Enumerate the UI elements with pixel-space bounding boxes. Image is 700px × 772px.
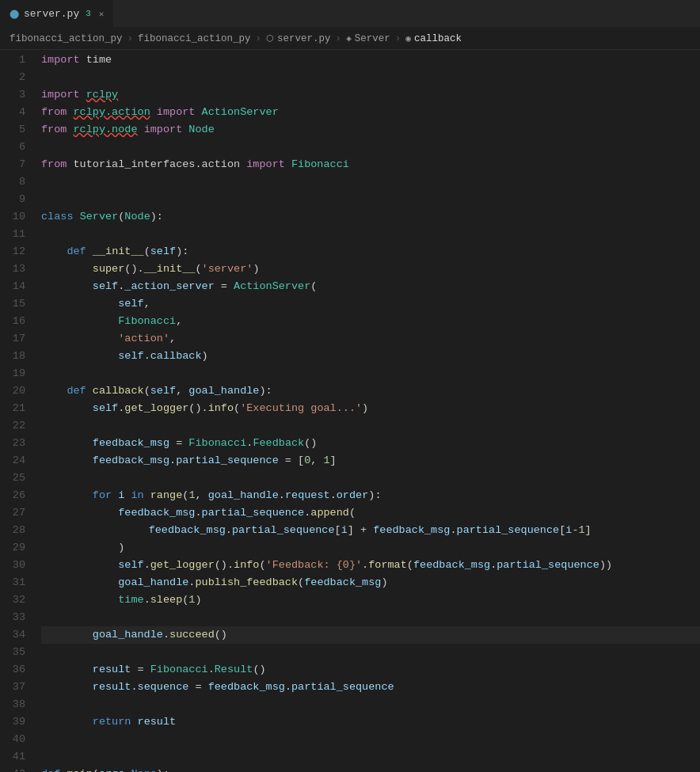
- code-line: [41, 731, 700, 748]
- breadcrumb: fibonacci_action_py › fibonacci_action_p…: [0, 28, 700, 50]
- editor: 1 2 3 4 5 6 7 8 9 10 11 12 13 14 15 16 1…: [0, 50, 700, 772]
- code-line: [41, 173, 700, 191]
- code-line: 'action',: [41, 330, 700, 348]
- code-line: self.callback): [41, 348, 700, 365]
- tab-badge: 3: [86, 9, 91, 18]
- python-file-icon: ⬤: [10, 9, 19, 19]
- code-line: [41, 696, 700, 713]
- code-line: feedback_msg.partial_sequence = [0, 1]: [41, 452, 700, 470]
- code-line: [41, 191, 700, 208]
- code-line: feedback_msg = Fibonacci.Feedback(): [41, 435, 700, 452]
- code-line: from rclpy.action import ActionServer: [41, 104, 700, 121]
- code-line: def callback(self, goal_handle):: [41, 382, 700, 400]
- code-line: feedback_msg.partial_sequence[i] + feedb…: [41, 522, 700, 539]
- code-line: [41, 69, 700, 86]
- line-numbers: 1 2 3 4 5 6 7 8 9 10 11 12 13 14 15 16 1…: [0, 50, 33, 772]
- code-line: goal_handle.succeed(): [41, 626, 700, 644]
- bc-class: Server: [355, 33, 390, 44]
- code-area[interactable]: import time import rclpy from rclpy.acti…: [33, 50, 700, 772]
- code-line: result = Fibonacci.Result(): [41, 661, 700, 679]
- bc-folder-1: fibonacci_action_py: [10, 33, 123, 44]
- bc-class-icon: ◈: [346, 33, 352, 44]
- code-line: self.get_logger().info('Executing goal..…: [41, 400, 700, 417]
- code-line: self._action_server = ActionServer(: [41, 278, 700, 295]
- code-line: [41, 470, 700, 487]
- code-line: from tutorial_interfaces.action import F…: [41, 156, 700, 173]
- bc-method: callback: [414, 33, 462, 44]
- code-line: self.get_logger().info('Feedback: {0}'.f…: [41, 557, 700, 574]
- code-line: [41, 417, 700, 435]
- code-line: def __init__(self):: [41, 243, 700, 261]
- code-line: import time: [41, 51, 700, 69]
- tab-bar: ⬤ server.py 3 ✕: [0, 0, 700, 28]
- code-line: [41, 365, 700, 382]
- code-line: [41, 644, 700, 661]
- bc-folder-2: fibonacci_action_py: [138, 33, 251, 44]
- code-line: feedback_msg.partial_sequence.append(: [41, 504, 700, 522]
- code-line: goal_handle.publish_feedback(feedback_ms…: [41, 574, 700, 591]
- code-line: [41, 226, 700, 243]
- code-line: self,: [41, 295, 700, 313]
- code-line: time.sleep(1): [41, 591, 700, 609]
- code-line: import rclpy: [41, 86, 700, 104]
- code-line: [41, 748, 700, 766]
- code-line: class Server(Node):: [41, 208, 700, 226]
- code-line: def main(args=None):: [41, 766, 700, 772]
- bc-method-icon: ◉: [405, 33, 411, 44]
- code-line: result.sequence = feedback_msg.partial_s…: [41, 679, 700, 696]
- tab-label: server.py: [24, 8, 79, 20]
- tab-server-py[interactable]: ⬤ server.py 3 ✕: [0, 0, 114, 28]
- bc-file-icon: ⬡: [266, 33, 274, 44]
- code-line: Fibonacci,: [41, 313, 700, 330]
- tab-close-button[interactable]: ✕: [99, 9, 105, 19]
- code-line: super().__init__('server'): [41, 261, 700, 278]
- code-line: [41, 609, 700, 626]
- code-line: for i in range(1, goal_handle.request.or…: [41, 487, 700, 504]
- code-line: [41, 139, 700, 156]
- bc-file: server.py: [277, 33, 331, 44]
- code-line: return result: [41, 713, 700, 731]
- code-line: from rclpy.node import Node: [41, 121, 700, 139]
- code-line: ): [41, 539, 700, 557]
